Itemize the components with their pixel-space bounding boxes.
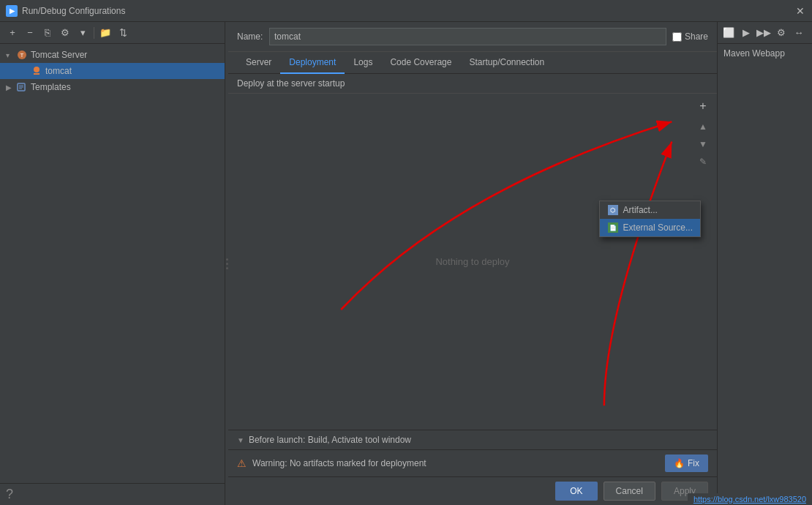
ide-panel: ⬜ ▶ ▶▶ ⚙ ↔ Maven Webapp <box>717 22 812 505</box>
tab-server[interactable]: Server <box>237 52 280 74</box>
move-up-button[interactable]: ▲ <box>695 119 711 135</box>
title-bar: ▶ Run/Debug Configurations ✕ <box>0 0 812 22</box>
name-row: Name: Share <box>228 22 717 52</box>
svg-text:T: T <box>20 52 24 59</box>
settings-button[interactable]: ⚙ <box>57 25 73 41</box>
name-label: Name: <box>237 31 263 42</box>
dropdown-button[interactable]: ▾ <box>75 25 91 41</box>
tomcat-server-icon: T <box>16 49 28 61</box>
context-menu: ⬡ Artifact... 📄 External Source... <box>599 201 701 237</box>
ide-btn-5[interactable]: ↔ <box>791 25 807 41</box>
before-launch-arrow[interactable]: ▼ <box>237 436 244 444</box>
right-panel: Name: Share Server Deployment Logs Code … <box>228 22 717 505</box>
tree-arrow-tomcat: ▾ <box>6 51 16 59</box>
edit-button[interactable]: ✎ <box>695 154 711 170</box>
tree-arrow-templates: ▶ <box>6 83 16 91</box>
ide-btn-3[interactable]: ▶▶ <box>756 25 772 41</box>
tomcat-server-label: Tomcat Server <box>31 50 87 60</box>
tomcat-config-item[interactable]: tomcat <box>0 63 225 79</box>
fix-button[interactable]: 🔥 Fix <box>665 454 708 472</box>
remove-config-button[interactable]: − <box>22 25 38 41</box>
share-row: Share <box>672 31 708 42</box>
add-config-button[interactable]: + <box>4 25 20 41</box>
fix-icon: 🔥 <box>674 458 685 468</box>
bottom-buttons: OK Cancel Apply <box>228 476 717 505</box>
ide-btn-1[interactable]: ⬜ <box>721 25 737 41</box>
config-icon <box>31 65 42 77</box>
ok-button[interactable]: OK <box>555 482 597 501</box>
copy-config-button[interactable]: ⎘ <box>40 25 56 41</box>
artifact-menu-icon: ⬡ <box>607 204 619 216</box>
templates-group[interactable]: ▶ Templates <box>0 79 225 95</box>
share-label: Share <box>685 31 708 42</box>
fix-label: Fix <box>688 458 699 468</box>
move-down-button[interactable]: ▼ <box>695 136 711 152</box>
help-button[interactable]: ? <box>6 487 13 502</box>
deploy-header: Deploy at the server startup <box>228 74 717 94</box>
toolbar-separator <box>94 27 94 39</box>
ide-project-label: Maven Webapp <box>718 44 812 63</box>
tab-logs[interactable]: Logs <box>345 52 381 74</box>
left-bottom: ? <box>0 483 225 505</box>
warning-icon: ⚠ <box>237 457 247 469</box>
tab-deployment[interactable]: Deployment <box>280 52 345 74</box>
warning-text: Warning: No artifacts marked for deploym… <box>252 458 659 468</box>
left-toolbar: + − ⎘ ⚙ ▾ 📁 ⇅ <box>0 22 225 44</box>
main-container: + − ⎘ ⚙ ▾ 📁 ⇅ ▾ T Tomcat Server <box>0 22 812 505</box>
ide-btn-2[interactable]: ▶ <box>738 25 754 41</box>
share-checkbox[interactable] <box>672 32 682 42</box>
external-source-menu-icon: 📄 <box>607 222 619 233</box>
nothing-to-deploy-text: Nothing to deploy <box>228 94 717 430</box>
folder-button[interactable]: 📁 <box>97 25 113 41</box>
title-text: Run/Debug Configurations <box>22 6 125 16</box>
external-source-menu-label: External Source... <box>623 222 693 233</box>
close-button[interactable]: ✕ <box>794 5 806 17</box>
name-input[interactable] <box>269 28 666 45</box>
app-icon: ▶ <box>6 5 18 17</box>
before-launch-label: Before launch: Build, Activate tool wind… <box>249 435 411 445</box>
cancel-button[interactable]: Cancel <box>604 482 655 501</box>
tab-code-coverage[interactable]: Code Coverage <box>381 52 460 74</box>
ide-btn-4[interactable]: ⚙ <box>773 25 789 41</box>
svg-rect-3 <box>34 73 40 75</box>
warning-bar: ⚠ Warning: No artifacts marked for deplo… <box>228 449 717 476</box>
url-bar[interactable]: https://blog.csdn.net/lxw983520 <box>688 493 812 505</box>
svg-point-2 <box>34 67 40 72</box>
deploy-content: + ▲ ▼ ✎ Nothing to deploy ⬡ Artifact... <box>228 94 717 430</box>
tabs-bar: Server Deployment Logs Code Coverage Sta… <box>228 52 717 74</box>
config-tree: ▾ T Tomcat Server tomcat <box>0 44 225 483</box>
artifact-menu-item[interactable]: ⬡ Artifact... <box>600 201 700 219</box>
before-launch-section: ▼ Before launch: Build, Activate tool wi… <box>228 430 717 449</box>
deploy-add-button[interactable]: + <box>695 98 711 114</box>
deploy-side-buttons: ▲ ▼ ✎ <box>695 119 711 170</box>
tab-startup-connection[interactable]: Startup/Connection <box>460 52 553 74</box>
tomcat-config-label: tomcat <box>45 66 72 76</box>
tomcat-server-group[interactable]: ▾ T Tomcat Server <box>0 47 225 63</box>
artifact-menu-label: Artifact... <box>623 205 658 215</box>
sort-button[interactable]: ⇅ <box>115 25 131 41</box>
templates-label: Templates <box>31 82 71 92</box>
ide-toolbar: ⬜ ▶ ▶▶ ⚙ ↔ <box>718 22 812 44</box>
external-source-menu-item[interactable]: 📄 External Source... <box>600 219 700 236</box>
templates-icon <box>16 81 28 93</box>
deploy-title: Deploy at the server startup <box>237 78 345 89</box>
left-panel: + − ⎘ ⚙ ▾ 📁 ⇅ ▾ T Tomcat Server <box>0 22 225 505</box>
